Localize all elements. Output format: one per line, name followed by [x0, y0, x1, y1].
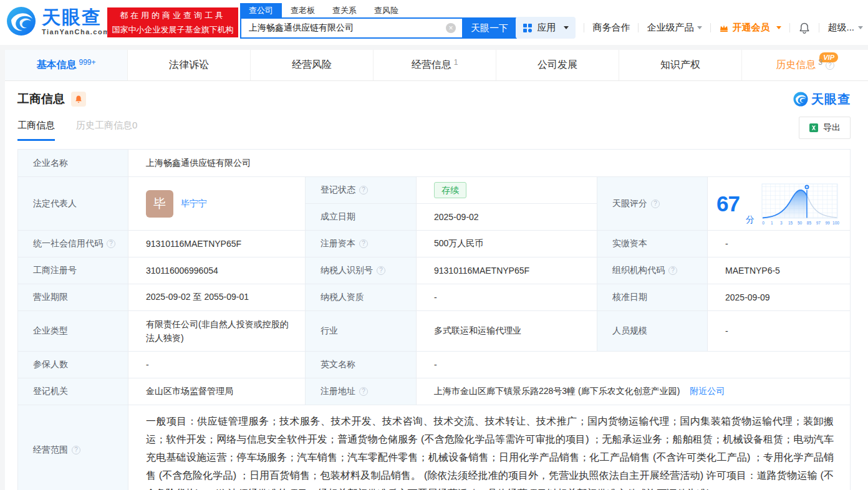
score-value: 67: [716, 191, 740, 216]
field-label: 参保人数: [18, 352, 128, 378]
tab-label: 经营信息: [412, 59, 451, 72]
search-input[interactable]: [240, 17, 462, 39]
logo-text: 天眼查: [42, 7, 110, 27]
reg-capital-value: 500万人民币: [417, 231, 597, 257]
nav-super-vip[interactable]: 超级...: [827, 22, 854, 34]
field-label-text: 天眼评分: [612, 198, 647, 209]
business-info-section: 工商信息 天眼查 工商信息 历史工商信息0: [5, 81, 868, 490]
help-icon[interactable]: [359, 387, 368, 396]
logo-domain: TianYanCha.com: [42, 28, 110, 36]
tab-intellectual-property[interactable]: 知识产权: [619, 50, 742, 80]
page-left-gutter: [0, 50, 5, 490]
search-tab-boss[interactable]: 查老板: [282, 3, 324, 17]
tab-label: 经营风险: [292, 59, 332, 72]
table-row: 企业类型 有限责任公司(非自然人投资或控股的法人独资) 行业 多式联运和运输代理…: [18, 311, 850, 352]
search-tab-company[interactable]: 查公司: [240, 3, 282, 17]
field-label: 组织机构代码: [597, 257, 708, 284]
subscribe-bell-button[interactable]: [71, 92, 86, 107]
paid-capital-value: -: [708, 231, 850, 257]
help-icon[interactable]: [359, 239, 368, 248]
tab-count: 999+: [79, 58, 95, 67]
divider: [584, 23, 584, 32]
divider: [710, 23, 711, 32]
clear-search-icon[interactable]: [446, 23, 456, 33]
slogan-badge: 都在用的商业查询工具 国家中小企业发展子基金旗下机构: [107, 7, 238, 37]
nav-enterprise-products[interactable]: 企业级产品: [647, 22, 693, 34]
field-label: 工商注册号: [18, 257, 128, 284]
table-row: 经营范围 一般项目：供应链管理服务；技术服务、技术开发、技术咨询、技术交流、技术…: [18, 405, 850, 490]
svg-text:1: 1: [771, 220, 773, 224]
export-button[interactable]: 导出: [799, 117, 851, 139]
status-date-subgrid: 登记状态 存续 成立日期 2025-09-02: [306, 177, 597, 230]
legal-rep-link[interactable]: 毕宁宁: [181, 198, 207, 209]
chevron-down-icon: [858, 26, 863, 29]
slogan-line2: 国家中小企业发展子基金旗下机构: [112, 24, 234, 36]
search-button[interactable]: 天眼一下: [462, 17, 517, 39]
subtab-history-registration[interactable]: 历史工商信息0: [76, 120, 137, 141]
registration-info-table: 企业名称 上海畅鑫通供应链有限公司 法定代表人 毕 毕宁宁 登记状态 存续: [17, 149, 851, 490]
nav-business-cooperation[interactable]: 商务合作: [592, 22, 630, 34]
help-icon[interactable]: [107, 239, 115, 248]
tab-operating-risk[interactable]: 经营风险: [251, 50, 374, 80]
score-axis-ticks: 0 1 3 15 50 85 97 99 100: [762, 220, 839, 224]
tab-operating-info[interactable]: 经营信息 1: [374, 50, 496, 80]
industry-value: 多式联运和运输代理业: [417, 311, 597, 351]
tianyancha-logo-icon: [6, 6, 36, 36]
score-unit: 分: [746, 214, 755, 226]
reg-authority-value: 金山区市场监督管理局: [128, 378, 306, 405]
apps-grid-icon: [523, 23, 533, 33]
apps-menu-button[interactable]: 应用: [516, 17, 576, 39]
search-tabs: 查公司 查老板 查关系 查风险: [240, 3, 517, 17]
open-vip-button[interactable]: 开通会员: [719, 22, 781, 34]
help-icon[interactable]: [377, 266, 385, 275]
svg-text:15: 15: [788, 220, 793, 224]
company-detail-tabs: 基本信息 999+ 法律诉讼 经营风险 经营信息 1 公司发展 知识产权 VIP…: [5, 50, 868, 81]
tianyancha-logo[interactable]: 天眼查 TianYanCha.com: [6, 6, 110, 36]
approval-date-value: 2025-09-09: [708, 284, 850, 310]
help-icon[interactable]: [72, 446, 80, 454]
field-label: 实缴资本: [597, 231, 708, 257]
table-row: 登记机关 金山区市场监督管理局 注册地址 上海市金山区廊下镇景乐路228号3幢 …: [18, 378, 850, 405]
tab-label: 公司发展: [538, 59, 577, 72]
company-name-value: 上海畅鑫通供应链有限公司: [128, 150, 850, 176]
field-label-text: 注册资本: [321, 238, 355, 249]
excel-icon: [809, 123, 819, 133]
field-label: 企业类型: [18, 311, 128, 351]
staff-size-value: -: [708, 311, 850, 351]
tab-history-info[interactable]: VIP 历史信息 3: [742, 50, 868, 80]
help-icon[interactable]: [668, 266, 677, 275]
avatar[interactable]: 毕: [146, 190, 173, 218]
tab-company-development[interactable]: 公司发展: [496, 50, 619, 80]
org-code-value: MAETNYP6-5: [708, 257, 850, 284]
search-tab-relation[interactable]: 查关系: [324, 3, 365, 17]
field-label: 经营范围: [18, 405, 128, 490]
table-row: 参保人数 - 英文名称 -: [18, 352, 850, 378]
field-label: 注册地址: [306, 378, 417, 405]
nearby-companies-link[interactable]: 附近公司: [690, 386, 725, 397]
tab-legal-proceedings[interactable]: 法律诉讼: [128, 50, 251, 80]
tab-count: 3: [818, 58, 822, 67]
tianyan-score-cell[interactable]: 67 分: [708, 177, 850, 230]
field-label-text: 登记状态: [321, 185, 355, 196]
notification-bell-button[interactable]: [798, 22, 811, 34]
business-scope-value: 一般项目：供应链管理服务；技术服务、技术开发、技术咨询、技术交流、技术转让、技术…: [128, 405, 850, 490]
subtab-current-registration[interactable]: 工商信息: [17, 120, 55, 141]
search-tab-risk[interactable]: 查风险: [365, 3, 407, 17]
apps-menu-label: 应用: [537, 22, 556, 34]
watermark-text: 天眼查: [811, 91, 851, 108]
help-icon[interactable]: [651, 199, 660, 208]
field-label-text: 经营范围: [33, 444, 68, 456]
tab-label: 基本信息: [36, 59, 76, 72]
table-row: 统一社会信用代码 91310116MAETNYP65F 注册资本 500万人民币…: [18, 231, 850, 257]
help-icon[interactable]: [359, 186, 368, 195]
svg-text:85: 85: [807, 220, 812, 224]
tab-count: 1: [454, 58, 458, 67]
credit-code-value: 91310116MAETNYP65F: [128, 231, 306, 257]
reg-address-value: 上海市金山区廊下镇景乐路228号3幢 (廊下乐农文化创意产业园): [434, 386, 680, 397]
insured-count-value: -: [128, 352, 306, 378]
field-label: 纳税人资质: [306, 284, 417, 310]
establish-date-value: 2025-09-02: [417, 204, 597, 230]
tab-basic-info[interactable]: 基本信息 999+: [5, 50, 128, 80]
field-label-text: 组织机构代码: [612, 265, 665, 276]
score-distribution-chart: 0 1 3 15 50 85 97 99 100: [761, 182, 839, 226]
